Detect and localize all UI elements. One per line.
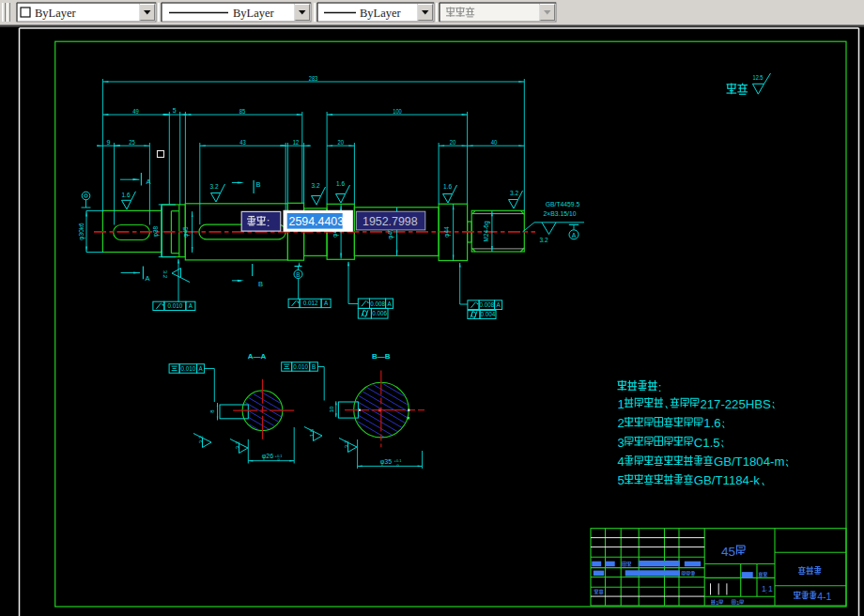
svg-text:5: 5: [618, 473, 625, 487]
svg-text:3.2: 3.2: [510, 190, 518, 196]
svg-text:φ30k6: φ30k6: [78, 223, 85, 240]
svg-text:20: 20: [450, 138, 456, 146]
svg-text:φ26: φ26: [262, 453, 273, 460]
svg-text:1.6: 1.6: [443, 183, 452, 190]
svg-text:4-1: 4-1: [817, 591, 831, 602]
svg-text:ByLayer: ByLayer: [35, 7, 77, 20]
svg-text:0.008: 0.008: [479, 301, 494, 308]
svg-text:1.6: 1.6: [121, 192, 130, 198]
svg-text:B: B: [256, 180, 261, 189]
svg-text:3.2: 3.2: [344, 439, 349, 448]
svg-text:B: B: [312, 363, 316, 370]
svg-text:2: 2: [618, 416, 625, 430]
svg-text:40: 40: [491, 138, 498, 146]
svg-text:49: 49: [132, 107, 139, 116]
svg-text:25: 25: [129, 138, 135, 146]
svg-text:9: 9: [107, 139, 111, 146]
svg-text:4: 4: [618, 454, 625, 469]
svg-text:0.010: 0.010: [293, 363, 308, 370]
svg-text:A: A: [146, 274, 150, 283]
svg-text:10: 10: [329, 406, 334, 412]
svg-text:0.012: 0.012: [303, 300, 318, 306]
svg-text:2×B3.15/10: 2×B3.15/10: [544, 210, 577, 217]
svg-text:3.2: 3.2: [162, 270, 168, 279]
svg-text:217-225HBS: 217-225HBS: [700, 397, 771, 411]
svg-text:ByLayer: ByLayer: [233, 7, 275, 20]
svg-text:φ45: φ45: [182, 226, 190, 238]
svg-text:φ38: φ38: [152, 225, 160, 237]
svg-text:0.006: 0.006: [372, 310, 387, 316]
svg-text:B: B: [296, 271, 300, 278]
svg-text::: :: [765, 588, 767, 594]
svg-text:ByLayer: ByLayer: [360, 7, 402, 20]
svg-text:φ35: φ35: [380, 458, 392, 466]
svg-text:283: 283: [309, 74, 318, 83]
svg-text:0.004: 0.004: [481, 311, 496, 317]
svg-text:12: 12: [293, 138, 300, 146]
svg-text:B—B: B—B: [372, 352, 391, 361]
svg-text:3.2: 3.2: [235, 440, 240, 449]
svg-text:A: A: [147, 177, 151, 186]
svg-text:1: 1: [618, 397, 625, 411]
svg-text:2594.4403: 2594.4403: [289, 215, 345, 228]
svg-text::: :: [658, 380, 662, 394]
svg-text:1.6: 1.6: [336, 180, 345, 187]
svg-text:GB/T1804-m: GB/T1804-m: [714, 454, 785, 469]
svg-text:1: 1: [716, 599, 719, 606]
svg-text:B: B: [258, 280, 263, 288]
svg-text:1.6: 1.6: [309, 428, 315, 437]
svg-text:3.2: 3.2: [198, 435, 204, 443]
svg-text:GB/T1184-k: GB/T1184-k: [694, 473, 761, 487]
svg-text:A—A: A—A: [248, 352, 267, 361]
svg-text:3.2: 3.2: [311, 182, 319, 189]
svg-text:M24-6g: M24-6g: [483, 221, 490, 241]
svg-text:1: 1: [736, 599, 740, 606]
svg-text:C1.5: C1.5: [694, 436, 720, 450]
svg-text:0.010: 0.010: [168, 302, 183, 309]
svg-text:5: 5: [173, 107, 177, 114]
svg-text:GB/T4459.5: GB/T4459.5: [546, 201, 580, 208]
svg-text:A: A: [572, 232, 577, 239]
svg-text:1.6: 1.6: [703, 416, 720, 430]
svg-text:3.2: 3.2: [539, 237, 548, 243]
svg-text:20: 20: [338, 138, 345, 146]
svg-text:1952.7998: 1952.7998: [363, 215, 418, 228]
svg-text:100: 100: [393, 107, 402, 116]
svg-text:1: 1: [768, 584, 773, 593]
svg-text:3: 3: [618, 436, 625, 450]
svg-text:85: 85: [239, 107, 246, 116]
svg-text:0.010: 0.010: [180, 365, 195, 372]
svg-text::: :: [267, 215, 270, 229]
svg-text:45: 45: [721, 545, 735, 559]
svg-text:12.5: 12.5: [753, 74, 764, 81]
svg-text:3.2: 3.2: [209, 183, 218, 190]
svg-text:φ44: φ44: [443, 226, 451, 238]
svg-text:43: 43: [239, 138, 246, 146]
svg-text:0.008: 0.008: [370, 300, 385, 307]
